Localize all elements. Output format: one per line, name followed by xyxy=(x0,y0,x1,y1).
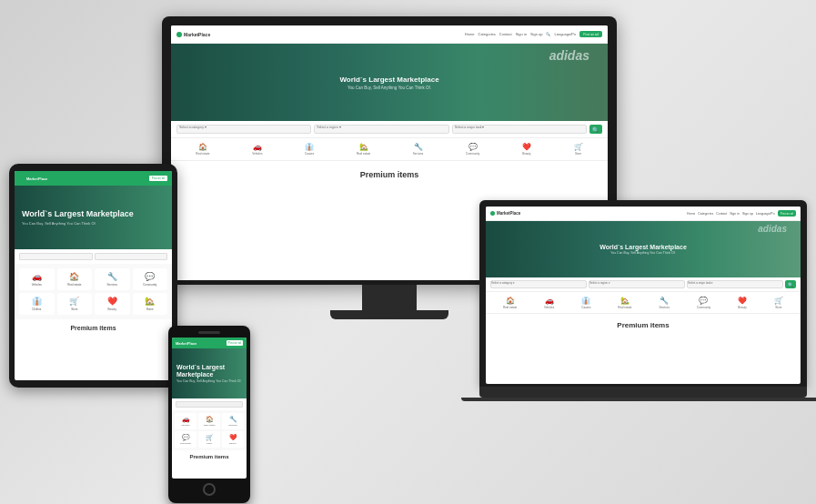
desktop-task-select[interactable]: Select a major task ▾ xyxy=(452,125,587,134)
mobile-cat-community-label: Community xyxy=(180,442,192,445)
laptop-cat-home-label: Real estate xyxy=(618,306,631,309)
mobile-logo-text: MarketPlace xyxy=(176,341,196,346)
monitor-stand-neck xyxy=(362,285,417,310)
mobile-cat-beauty-label: Beauty xyxy=(229,442,237,445)
laptop-cat-community-label: Community xyxy=(697,306,710,309)
cat-services[interactable]: 🔧 Services xyxy=(413,143,424,156)
desktop-logo: MarketPlace xyxy=(176,32,210,37)
tablet-cat-item[interactable]: 💬 Community xyxy=(133,268,168,290)
laptop-cat-realestate[interactable]: 🏠 Real estate xyxy=(503,297,517,309)
cat-realestate-label: Real estate xyxy=(196,152,209,156)
mobile-cat-vehicle-label: Vehicles xyxy=(181,424,189,427)
laptop-category-select[interactable]: Select a category ▾ xyxy=(490,280,587,288)
laptop-categories: 🏠 Real estate 🚗 Vehicles 👔 Causes 🏡 Real… xyxy=(486,292,801,314)
cat-realestate[interactable]: 🏠 Real estate xyxy=(196,143,209,156)
desktop-search-button[interactable]: 🔍 xyxy=(589,125,602,134)
tablet-logo-dot-icon xyxy=(19,176,24,181)
mobile-hero-subtitle: You Can Buy, Sell Anything You Can Think… xyxy=(176,379,242,383)
tablet-screen: MarketPlace Post an ad World`s Largest M… xyxy=(15,171,172,380)
tablet-premium-title: Premium items xyxy=(15,319,172,337)
laptop-cat-beauty-icon: ❤️ xyxy=(738,297,747,305)
cat-store-label: Store xyxy=(575,152,581,156)
laptop-screen: MarketPlace Home Categories Contact Sign… xyxy=(486,207,801,384)
laptop-search-button[interactable]: 🔍 xyxy=(785,280,796,288)
desktop-post-ad-button[interactable]: Post an ad xyxy=(579,31,602,37)
tablet-cat-item[interactable]: ❤️ Beauty xyxy=(95,293,130,315)
cat-beauty-icon: ❤️ xyxy=(522,143,531,151)
laptop-cat-home[interactable]: 🏡 Real estate xyxy=(618,297,631,309)
tablet-cat-community-label: Community xyxy=(143,283,156,287)
mobile-categories: 🚗 Vehicles 🏠 Real estate 🔧 Services 💬 Co… xyxy=(172,410,247,450)
mobile-cat-item[interactable]: 🔧 Services xyxy=(222,413,244,429)
mobile-cat-item[interactable]: 💬 Community xyxy=(175,431,196,448)
tablet-cat-item[interactable]: 🏡 Home xyxy=(133,293,168,315)
tablet-cat-item[interactable]: 🛒 Store xyxy=(57,293,93,315)
laptop-cat-store-icon: 🛒 xyxy=(774,297,783,305)
mobile-cat-realestate-label: Real estate xyxy=(204,424,216,427)
laptop-region-select[interactable]: Select a region ▾ xyxy=(589,280,685,288)
desktop-category-select[interactable]: Select a category ▾ xyxy=(176,125,311,134)
tablet-cat-community-icon: 💬 xyxy=(145,272,155,281)
cat-clothes[interactable]: 👔 Causes xyxy=(305,143,314,156)
cat-home-label: Real estate xyxy=(357,152,370,156)
mobile-speaker xyxy=(198,331,220,334)
laptop-cat-community[interactable]: 💬 Community xyxy=(697,297,710,309)
cat-community-label: Community xyxy=(466,152,479,156)
tablet-cat-item[interactable]: 🔧 Services xyxy=(95,268,130,290)
cat-beauty[interactable]: ❤️ Beauty xyxy=(522,143,531,156)
tablet-nav: MarketPlace Post an ad xyxy=(15,171,172,186)
laptop-cat-vehicles-icon: 🚗 xyxy=(545,297,554,305)
laptop-bezel: MarketPlace Home Categories Contact Sign… xyxy=(479,200,807,387)
laptop-post-ad-button[interactable]: Post an ad xyxy=(778,210,796,217)
scene: MarketPlace Home Categories Contact Sign… xyxy=(0,0,816,504)
cat-vehicles-label: Vehicles xyxy=(252,152,262,156)
desktop-categories: 🏠 Real estate 🚗 Vehicles 👔 Causes 🏡 Real… xyxy=(171,138,608,161)
laptop-task-select[interactable]: Select a major task ▾ xyxy=(687,280,783,288)
desktop-hero-subtitle: You Can Buy, Sell Anything You Can Think… xyxy=(339,86,438,90)
tablet-region-input[interactable] xyxy=(95,253,168,260)
tablet-post-ad-button[interactable]: Post an ad xyxy=(149,176,167,181)
laptop-cat-vehicles[interactable]: 🚗 Vehicles xyxy=(544,297,554,309)
tablet-cat-home-icon: 🏡 xyxy=(145,297,155,306)
desktop-region-select[interactable]: Select a region ▾ xyxy=(314,125,448,134)
mobile-cat-realestate-icon: 🏠 xyxy=(206,416,214,423)
tablet-cat-item[interactable]: 🚗 Vehicles xyxy=(19,268,55,290)
cat-home[interactable]: 🏡 Real estate xyxy=(357,143,370,156)
mobile-cat-item[interactable]: 🏠 Real estate xyxy=(198,413,220,429)
mobile-search-input[interactable] xyxy=(176,401,243,408)
tablet-category-input[interactable] xyxy=(19,253,93,260)
tablet-cat-store-label: Store xyxy=(71,307,77,311)
laptop-logo-dot-icon xyxy=(490,211,495,216)
tablet-cat-item[interactable]: 🏠 Real estate xyxy=(57,268,93,290)
mobile-search-bar xyxy=(172,398,247,410)
tablet-cat-item[interactable]: 👔 Clothes xyxy=(19,293,55,315)
logo-dot-icon xyxy=(176,32,182,37)
laptop-cat-store[interactable]: 🛒 Store xyxy=(774,297,783,309)
desktop-nav: MarketPlace Home Categories Contact Sign… xyxy=(171,25,608,44)
tablet-categories: 🚗 Vehicles 🏠 Real estate 🔧 Services 💬 Co… xyxy=(15,264,172,319)
mobile-cat-item[interactable]: ❤️ Beauty xyxy=(222,431,244,448)
tablet-logo-text: MarketPlace xyxy=(26,176,47,181)
laptop-cat-clothes-label: Causes xyxy=(581,306,590,309)
tablet-cat-services-label: Services xyxy=(106,283,117,287)
tablet-cat-services-icon: 🔧 xyxy=(107,272,117,281)
laptop-cat-services[interactable]: 🔧 Services xyxy=(659,297,670,309)
tablet-hero-title: World`s Largest Marketplace xyxy=(22,209,165,219)
laptop-cat-beauty[interactable]: ❤️ Beauty xyxy=(738,297,747,309)
mobile-cat-item[interactable]: 🚗 Vehicles xyxy=(175,413,196,429)
laptop-premium-title: Premium items xyxy=(486,314,801,337)
laptop-cat-store-label: Store xyxy=(775,306,781,309)
laptop-cat-community-icon: 💬 xyxy=(699,297,708,305)
laptop-cat-realestate-label: Real estate xyxy=(503,306,517,309)
laptop-cat-clothes[interactable]: 👔 Causes xyxy=(581,297,590,309)
cat-realestate-icon: 🏠 xyxy=(198,143,207,151)
cat-vehicles-icon: 🚗 xyxy=(253,143,262,151)
cat-store[interactable]: 🛒 Store xyxy=(574,143,583,156)
mobile-home-button[interactable] xyxy=(203,483,216,496)
mobile-cat-item[interactable]: 🛒 Store xyxy=(198,431,220,448)
mobile-post-ad-button[interactable]: Post an ad xyxy=(227,340,243,346)
tablet-cat-vehicle-icon: 🚗 xyxy=(32,272,42,281)
cat-community[interactable]: 💬 Community xyxy=(466,143,479,156)
mobile-cat-vehicle-icon: 🚗 xyxy=(182,416,190,423)
cat-vehicles[interactable]: 🚗 Vehicles xyxy=(252,143,262,156)
